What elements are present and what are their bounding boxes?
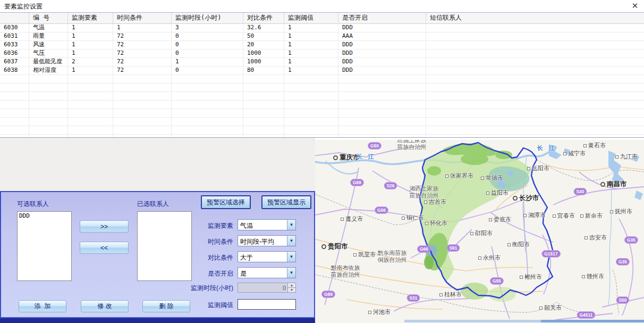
modify-button[interactable]: 修 改 — [81, 300, 129, 312]
table-row[interactable] — [0, 92, 644, 101]
cell-sms-contact: DDD — [338, 49, 426, 57]
chevron-down-icon[interactable]: ▼ — [287, 252, 295, 262]
add-button[interactable]: 添 加 — [19, 300, 66, 312]
window-title: 要素监控设置 — [4, 2, 43, 11]
cell-sms-contact — [338, 75, 426, 83]
cell-compare-condition: 0 — [172, 49, 243, 57]
table-row[interactable]: 6033 风速 1 72 0 20 1 DDD — [0, 41, 644, 49]
cell-element: 雨量 — [29, 32, 68, 40]
cell-threshold — [243, 126, 284, 134]
table-header-cell[interactable]: 短信联系人 — [426, 13, 644, 23]
table-row[interactable]: 6038 相对湿度 1 72 0 80 1 DDD — [0, 67, 644, 75]
table-row[interactable] — [0, 118, 644, 126]
city-label: 黄石市 — [583, 142, 606, 150]
cell-id: 6030 — [0, 24, 29, 32]
road-badge: G50 — [368, 142, 382, 150]
table-row[interactable]: 6036 气压 1 72 0 1000 1 DDD — [0, 49, 644, 58]
cell-compare-condition — [172, 101, 243, 109]
table-header-cell[interactable]: 是否开启 — [338, 13, 426, 23]
cell-period-hours — [113, 118, 172, 126]
cell-enabled — [284, 126, 338, 134]
city-name: 益阳市 — [491, 189, 509, 197]
monitoring-table[interactable]: 编 号监测要素时间条件监测时段(小时)对比条件监测阈值是否开启短信联系人 603… — [0, 13, 644, 138]
combo-box[interactable]: 是 ▼ — [238, 267, 296, 278]
title-bar: 要素监控设置 ✕ — [0, 0, 644, 13]
table-row[interactable]: 6031 雨量 1 72 0 50 1 AAA — [0, 32, 644, 41]
cell-time-condition — [68, 126, 113, 134]
road-badge: S26 — [384, 182, 397, 189]
chevron-down-icon[interactable]: ▼ — [287, 220, 295, 230]
chevron-down-icon[interactable]: ▼ — [287, 268, 295, 278]
period-value: 0 — [238, 283, 287, 292]
city-name: 邵阳市 — [475, 229, 493, 237]
road-badge: G1517 — [541, 250, 561, 258]
period-spinner[interactable]: 0 ▲▼ — [238, 283, 296, 293]
cell-filler — [426, 58, 644, 66]
threshold-input[interactable] — [238, 299, 296, 310]
table-row[interactable] — [0, 101, 644, 109]
city-name: 咸宁市 — [568, 150, 586, 158]
close-icon[interactable]: ✕ — [629, 1, 641, 11]
cell-threshold: 32.6 — [243, 24, 284, 32]
cell-period-hours — [113, 84, 172, 92]
city-label: 衡阳市 — [507, 241, 530, 249]
city-marker-icon — [486, 192, 489, 195]
cell-enabled — [284, 101, 338, 109]
cell-element — [29, 75, 68, 83]
cell-id: 6037 — [0, 58, 29, 66]
map-horizontal-scrollbar[interactable] — [404, 320, 644, 322]
city-name: 岳阳市 — [532, 164, 549, 172]
field-row: 监测要素 气温 ▼ — [194, 219, 296, 235]
warning-area-display-button[interactable]: 预警区域显示 — [261, 195, 311, 209]
delete-button[interactable]: 删 除 — [142, 300, 190, 312]
table-header-cell[interactable]: 监测要素 — [68, 13, 113, 23]
selected-contacts-listbox[interactable] — [137, 211, 192, 281]
city-marker-icon — [402, 217, 405, 220]
combo-box[interactable]: 大于 ▼ — [238, 251, 296, 262]
table-row[interactable] — [0, 126, 644, 135]
spin-up-icon[interactable]: ▲ — [288, 283, 295, 288]
table-header-cell[interactable]: 编 号 — [29, 13, 68, 23]
chevron-down-icon[interactable]: ▼ — [287, 236, 295, 246]
cell-sms-contact — [338, 84, 426, 92]
combo-box[interactable]: 气温 ▼ — [238, 219, 296, 230]
table-header-cell[interactable]: 监测阈值 — [284, 13, 338, 23]
map-view[interactable]: 重庆市 遵义市 贵阳市 凯里市 — [315, 140, 644, 323]
table-row[interactable] — [0, 75, 644, 84]
cell-element: 相对湿度 — [29, 67, 68, 74]
table-header-cell[interactable]: 监测时段(小时) — [172, 13, 243, 23]
cell-time-condition — [68, 109, 113, 117]
warning-area-select-button[interactable]: 预警区域选择 — [201, 195, 251, 209]
move-left-button[interactable]: << — [80, 242, 129, 254]
combo-box[interactable]: 时间段-平均 ▼ — [238, 235, 296, 246]
map-scrollbar-thumb[interactable] — [541, 320, 644, 322]
spin-down-icon[interactable]: ▼ — [288, 288, 295, 292]
city-marker-icon — [523, 214, 527, 217]
city-name: 吉安市 — [589, 234, 607, 242]
contact-list-item[interactable]: DDD — [18, 212, 71, 220]
road-badge: G4511 — [577, 311, 595, 319]
cell-element — [29, 126, 68, 134]
cell-time-condition — [68, 75, 113, 83]
cell-compare-condition — [172, 75, 243, 83]
table-row[interactable] — [0, 84, 644, 92]
table-header-cell[interactable]: 时间条件 — [113, 13, 172, 23]
cell-filler — [426, 101, 644, 109]
city-label: 湘潭市 — [523, 211, 546, 219]
move-right-button[interactable]: >> — [80, 220, 129, 233]
cell-period-hours — [113, 126, 172, 134]
city-marker-icon — [439, 293, 443, 296]
table-header-cell[interactable]: 对比条件 — [243, 13, 284, 23]
cell-time-condition: 1 — [68, 67, 113, 74]
city-marker-icon — [445, 175, 448, 178]
city-marker-icon — [425, 222, 428, 225]
cell-compare-condition: 0 — [172, 41, 243, 49]
table-row[interactable]: 6030 气温 1 1 3 32.6 1 DDD — [0, 24, 644, 32]
table-row[interactable] — [0, 109, 644, 118]
cell-time-condition: 1 — [68, 24, 113, 32]
city-marker-icon — [513, 196, 518, 201]
combo-fields: 监测要素 气温 ▼ 时间条件 时间段-平均 ▼ 对比条件 — [194, 219, 296, 283]
table-row[interactable]: 6037 最低能见度 2 72 1 1000 1 DDD — [0, 58, 644, 67]
available-contacts-listbox[interactable]: DDD — [17, 211, 72, 281]
cell-element — [29, 84, 68, 92]
